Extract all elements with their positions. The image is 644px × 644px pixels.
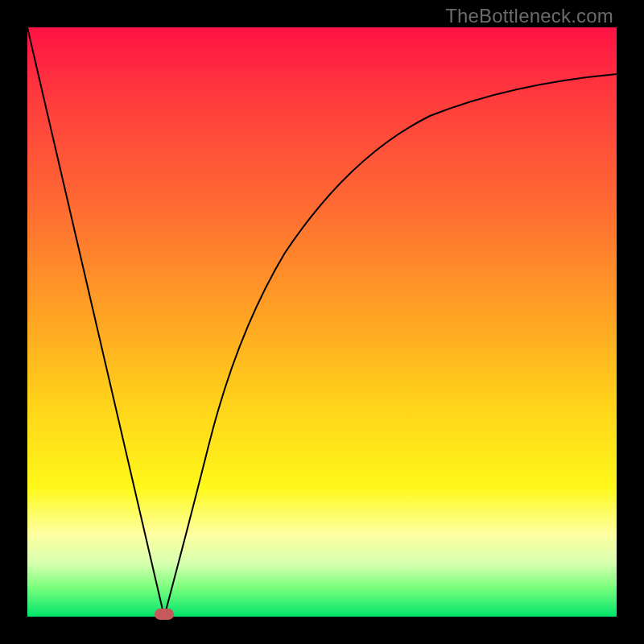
curve-right-branch bbox=[164, 74, 617, 617]
curve-left-branch bbox=[27, 27, 164, 617]
bottleneck-curve bbox=[27, 27, 617, 617]
watermark-text: TheBottleneck.com bbox=[445, 5, 613, 27]
valley-marker bbox=[155, 609, 174, 620]
plot-area bbox=[27, 27, 617, 617]
chart-frame: TheBottleneck.com bbox=[0, 0, 644, 644]
